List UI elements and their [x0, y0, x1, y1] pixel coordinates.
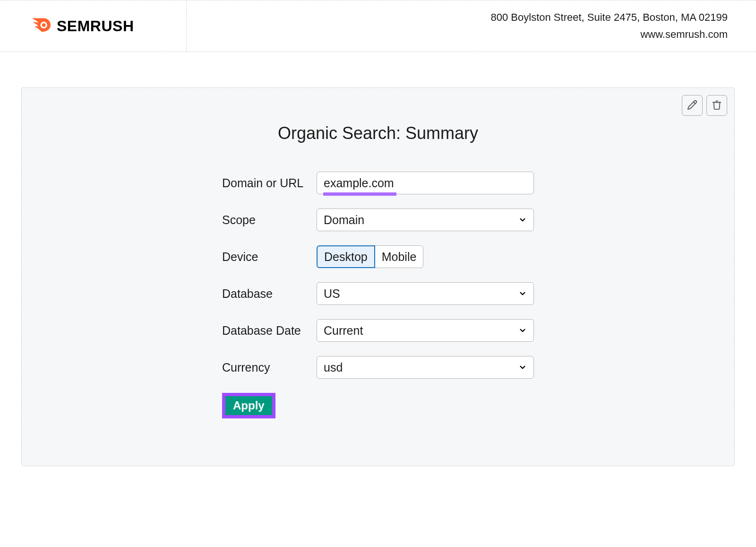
page-header: SEMRUSH 800 Boylston Street, Suite 2475,… — [0, 0, 756, 52]
currency-select[interactable]: usd — [317, 356, 534, 379]
header-right: 800 Boylston Street, Suite 2475, Boston,… — [187, 11, 756, 41]
header-left: SEMRUSH — [0, 0, 187, 52]
database-date-select[interactable]: Current — [317, 319, 534, 342]
brand-text: SEMRUSH — [57, 17, 134, 35]
database-label: Database — [222, 287, 317, 301]
scope-value: Domain — [324, 213, 364, 227]
settings-form: Domain or URL Scope Domain — [222, 172, 534, 418]
company-website: www.semrush.com — [187, 28, 728, 41]
apply-highlight-border: Apply — [222, 393, 275, 418]
card-title: Organic Search: Summary — [34, 123, 722, 143]
card-actions — [682, 95, 727, 116]
device-toggle-group: Desktop Mobile — [317, 245, 534, 268]
brand-logo: SEMRUSH — [28, 14, 134, 38]
database-value: US — [324, 287, 340, 301]
currency-label: Currency — [222, 361, 317, 374]
edit-button[interactable] — [682, 95, 703, 116]
database-date-value: Current — [324, 324, 363, 338]
database-select[interactable]: US — [317, 282, 534, 305]
device-desktop-button[interactable]: Desktop — [317, 245, 375, 268]
scope-select[interactable]: Domain — [317, 208, 534, 231]
svg-point-1 — [42, 23, 46, 27]
currency-value: usd — [324, 361, 343, 374]
widget-card: Organic Search: Summary Domain or URL Sc… — [21, 87, 735, 466]
scope-label: Scope — [222, 213, 317, 227]
chevron-down-icon — [518, 213, 527, 227]
row-currency: Currency usd — [222, 356, 534, 379]
chevron-down-icon — [518, 287, 527, 301]
device-label: Device — [222, 250, 317, 264]
domain-label: Domain or URL — [222, 176, 317, 190]
row-database-date: Database Date Current — [222, 319, 534, 342]
row-database: Database US — [222, 282, 534, 305]
trash-icon — [712, 100, 722, 112]
row-scope: Scope Domain — [222, 208, 534, 231]
apply-button[interactable]: Apply — [225, 396, 272, 415]
row-domain: Domain or URL — [222, 172, 534, 194]
domain-input[interactable] — [317, 172, 534, 194]
device-mobile-button[interactable]: Mobile — [375, 245, 424, 268]
company-address: 800 Boylston Street, Suite 2475, Boston,… — [187, 11, 728, 24]
domain-highlight — [323, 192, 396, 196]
row-device: Device Desktop Mobile — [222, 245, 534, 268]
main-content: Organic Search: Summary Domain or URL Sc… — [0, 52, 756, 466]
chevron-down-icon — [518, 361, 527, 374]
chevron-down-icon — [518, 324, 527, 338]
pencil-icon — [687, 100, 697, 112]
semrush-fireball-icon — [28, 14, 51, 38]
database-date-label: Database Date — [222, 324, 317, 338]
delete-button[interactable] — [706, 95, 727, 116]
